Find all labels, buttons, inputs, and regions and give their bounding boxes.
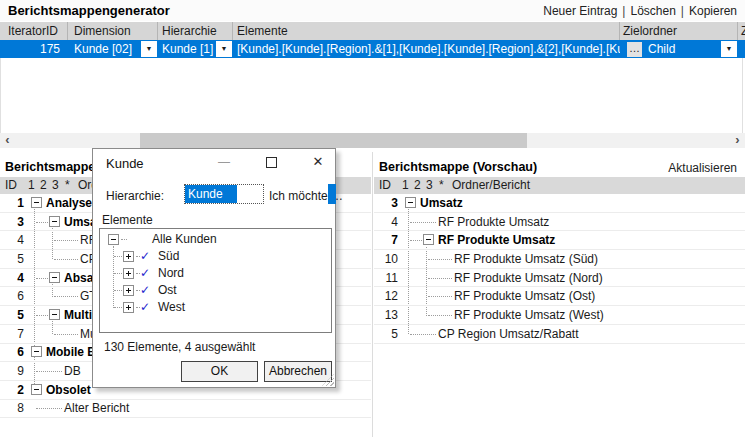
tree-row[interactable]: 13RF Produkte Umsatz (West)	[374, 306, 745, 325]
tree-row[interactable]: 7RF Produkte Umsatz	[374, 231, 745, 250]
hierarchie-dropdown-button[interactable]: ▼	[216, 41, 232, 57]
toolbar-actions: Neuer Eintrag|Löschen|Kopieren	[542, 4, 738, 18]
hierarchie-selected-value: Kunde	[185, 185, 237, 203]
tree-node[interactable]: ✓ Nord	[100, 265, 331, 282]
check-icon[interactable]: ✓	[140, 266, 150, 280]
collapse-icon[interactable]	[31, 384, 42, 395]
tree-row[interactable]: 3Umsatz	[374, 194, 745, 213]
col-2[interactable]: 2	[40, 177, 47, 194]
collapse-icon[interactable]	[49, 216, 60, 227]
collapse-icon[interactable]	[31, 197, 42, 208]
expand-icon[interactable]	[123, 268, 134, 279]
elemente-value: [Kunde].[Kunde].[Region].&[1],[Kunde].[K…	[233, 40, 620, 58]
iteratorid-value: 175	[0, 40, 68, 58]
close-icon[interactable]: ✕	[304, 151, 332, 173]
hierarchie-cell: Kunde [1] ▼	[158, 40, 233, 58]
delete-button[interactable]: Löschen	[630, 4, 675, 18]
iterator-row-selected[interactable]: 175 Kunde [02] ▼ Kunde [1] ▼ [Kunde].[Ku…	[0, 40, 745, 58]
maximize-icon[interactable]	[257, 151, 285, 173]
collapse-icon[interactable]	[49, 272, 60, 283]
col-ordner-bericht[interactable]: Ordner/Bericht	[452, 177, 530, 194]
col-3[interactable]: 3	[426, 177, 433, 194]
refresh-button[interactable]: Aktualisieren	[668, 161, 737, 175]
mode-dropdown-button[interactable]	[328, 184, 336, 204]
col-2[interactable]: 2	[414, 177, 421, 194]
collapse-icon[interactable]	[405, 197, 416, 208]
dimension-cell: Kunde [02] ▼	[68, 40, 158, 58]
collapse-icon[interactable]	[108, 234, 119, 245]
left-panel-title: Berichtsmappe	[5, 160, 95, 174]
column-header-zielordner[interactable]: Zielordner	[620, 22, 738, 40]
chevron-down-icon: ▼	[726, 45, 733, 52]
tree-row[interactable]: 12RF Produkte Umsatz (Ost)	[374, 287, 745, 306]
zielordner-value: Child	[648, 40, 675, 58]
collapse-icon[interactable]	[423, 234, 434, 245]
dimension-dropdown-button[interactable]: ▼	[141, 41, 157, 57]
panel-divider	[372, 152, 373, 437]
col-1[interactable]: 1	[402, 177, 409, 194]
berichtsmappengenerator-window: Berichtsmappengenerator Neuer Eintrag|Lö…	[0, 0, 745, 437]
new-entry-button[interactable]: Neuer Eintrag	[543, 4, 617, 18]
column-header-iteratorid[interactable]: IteratorID	[0, 22, 68, 40]
tree-row[interactable]: 5CP Region Umsatz/Rabatt	[374, 325, 745, 344]
elemente-tree: Alle Kunden ✓ Süd ✓ Nord ✓ Os	[99, 228, 332, 333]
tree-row[interactable]: 11RF Produkte Umsatz (Nord)	[374, 269, 745, 288]
elemente-label: Elemente	[102, 213, 153, 227]
column-header-hierarchie[interactable]: Hierarchie	[158, 22, 233, 40]
expand-icon[interactable]	[123, 285, 134, 296]
scroll-right-icon[interactable]: ›	[730, 133, 745, 148]
copy-button[interactable]: Kopieren	[689, 4, 737, 18]
hierarchie-combobox[interactable]: Kunde	[184, 184, 264, 204]
expand-icon[interactable]	[123, 302, 134, 313]
cancel-button[interactable]: Abbrechen	[264, 361, 332, 382]
col-id[interactable]: ID	[5, 177, 17, 194]
dimension-value: Kunde [02]	[74, 40, 132, 58]
hierarchie-value: Kunde [1]	[162, 40, 213, 58]
check-icon[interactable]: ✓	[140, 249, 150, 263]
column-header-z[interactable]: Z	[738, 22, 745, 40]
horizontal-scrollbar[interactable]: ‹ ›	[0, 133, 745, 148]
right-panel-title: Berichtsmappe (Vorschau)	[379, 160, 537, 174]
minimize-icon[interactable]: —	[210, 151, 238, 173]
zielordner-cell: … Child ▼	[620, 40, 738, 58]
column-header-dimension[interactable]: Dimension	[68, 22, 158, 40]
kunde-dialog: Kunde — ✕ Hierarchie: Kunde Ich möchte ……	[92, 148, 336, 388]
tree-node[interactable]: ✓ Ost	[100, 282, 331, 299]
tree-row[interactable]: 8Alter Bericht	[0, 400, 371, 419]
iterator-grid-header: IteratorID Dimension Hierarchie Elemente…	[0, 22, 745, 40]
col-id[interactable]: ID	[379, 177, 391, 194]
elemente-picker-button[interactable]: …	[627, 42, 642, 57]
check-icon[interactable]: ✓	[140, 283, 150, 297]
z-cell-clipped	[738, 40, 745, 58]
toolbar: Berichtsmappengenerator Neuer Eintrag|Lö…	[0, 0, 745, 21]
grid-empty-area	[0, 58, 743, 133]
zielordner-dropdown-button[interactable]: ▼	[721, 41, 737, 57]
col-3[interactable]: 3	[52, 177, 59, 194]
expand-icon[interactable]	[123, 251, 134, 262]
scrollbar-thumb[interactable]	[140, 133, 527, 148]
action-divider: |	[619, 4, 628, 18]
tree-node-root[interactable]: Alle Kunden	[100, 231, 331, 248]
chevron-down-icon: ▼	[146, 45, 153, 52]
col-star[interactable]: *	[65, 177, 70, 194]
scroll-left-icon[interactable]: ‹	[0, 133, 15, 148]
dialog-titlebar[interactable]: Kunde — ✕	[93, 149, 335, 179]
column-header-elemente[interactable]: Elemente	[233, 22, 620, 40]
ok-button[interactable]: OK	[181, 361, 258, 382]
collapse-icon[interactable]	[31, 346, 42, 357]
tree-node[interactable]: ✓ Süd	[100, 248, 331, 265]
chevron-down-icon: ▼	[221, 45, 228, 52]
dialog-title: Kunde	[106, 156, 144, 171]
col-star[interactable]: *	[439, 177, 444, 194]
check-icon[interactable]: ✓	[140, 300, 150, 314]
berichtsmappe-vorschau-panel: Berichtsmappe (Vorschau) Aktualisieren I…	[374, 152, 745, 437]
right-panel-column-header: ID 1 2 3 * Ordner/Bericht	[374, 177, 745, 194]
col-1[interactable]: 1	[28, 177, 35, 194]
right-panel-rows: 3Umsatz 4RF Produkte Umsatz 7RF Produkte…	[374, 194, 745, 344]
tree-row[interactable]: 10RF Produkte Umsatz (Süd)	[374, 250, 745, 269]
collapse-icon[interactable]	[49, 309, 60, 320]
selection-status: 130 Elemente, 4 ausgewählt	[104, 340, 255, 354]
hierarchie-label: Hierarchie:	[106, 189, 164, 203]
tree-row[interactable]: 4RF Produkte Umsatz	[374, 213, 745, 232]
tree-node[interactable]: ✓ West	[100, 299, 331, 316]
